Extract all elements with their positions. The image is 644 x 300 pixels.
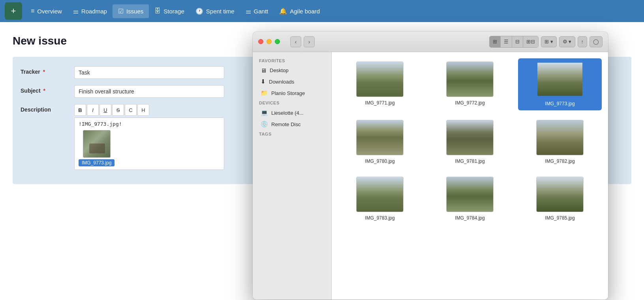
nav-roadmap-label: Roadmap <box>81 8 107 15</box>
nav-gantt[interactable]: ⚌ Gantt <box>240 4 274 18</box>
view-mode-group: ⊞ ☰ ⊟ ⊞⊟ <box>489 36 539 48</box>
file-label-img9784: IMG_9784.jpg <box>455 215 484 221</box>
file-item-img9782[interactable]: IMG_9782.jpg <box>518 117 602 167</box>
top-navigation: + ≡ Overview ⚌ Roadmap ☑ Issues 🗄 Storag… <box>0 0 644 22</box>
finder-file-grid: IMG_9771.jpg IMG_9772.jpg IMG_9773.jpg <box>332 52 608 300</box>
finder-toolbar: ⊞ ☰ ⊟ ⊞⊟ ⊞ ▾ ⚙ ▾ ↑ ◯ <box>489 36 603 48</box>
file-thumbnail-img9782 <box>536 120 584 155</box>
sidebar-desktop-label: Desktop <box>270 67 289 73</box>
nav-agile-board[interactable]: 🔔 Agile board <box>274 4 325 18</box>
issues-icon: ☑ <box>118 7 124 15</box>
bold-button[interactable]: B <box>74 104 86 116</box>
file-item-img9781[interactable]: IMG_9781.jpg <box>428 117 512 167</box>
file-thumbnail-img9773 <box>536 61 584 97</box>
attached-image-preview: IMG_9773.jpg <box>79 130 115 166</box>
action-button[interactable]: ⚙ ▾ <box>559 36 575 47</box>
column-view-button[interactable]: ⊟ <box>512 36 523 47</box>
roadmap-icon: ⚌ <box>73 7 79 15</box>
spent-time-icon: 🕐 <box>195 7 203 15</box>
nav-agile-board-label: Agile board <box>290 8 320 15</box>
italic-button[interactable]: I <box>87 104 99 116</box>
finder-body: Favorites 🖥 Desktop ⬇ Downloads 📁 Planio… <box>253 52 608 300</box>
file-item-img9784[interactable]: IMG_9784.jpg <box>428 173 512 224</box>
sidebar-item-remote-disc[interactable]: 💿 Remote Disc <box>254 119 330 130</box>
minimize-button[interactable] <box>267 39 272 44</box>
file-thumbnail-img9783 <box>356 177 404 212</box>
sidebar-planio-label: Planio Storage <box>271 90 305 96</box>
file-label-img9781: IMG_9781.jpg <box>455 158 484 164</box>
nav-spent-time-label: Spent time <box>206 8 235 15</box>
image-filename-label[interactable]: IMG_9773.jpg <box>79 159 115 166</box>
underline-button[interactable]: U <box>100 104 111 116</box>
file-thumbnail-img9771 <box>356 61 404 97</box>
sidebar-remote-disc-label: Remote Disc <box>271 121 300 127</box>
sidebar-item-planio-storage[interactable]: 📁 Planio Storage <box>254 88 330 99</box>
description-code: !IMG_9773.jpg! <box>79 121 220 127</box>
sidebar-item-desktop[interactable]: 🖥 Desktop <box>254 65 330 76</box>
back-button[interactable]: ‹ <box>290 36 301 47</box>
traffic-lights <box>258 39 280 44</box>
gantt-icon: ⚌ <box>246 7 251 15</box>
file-thumbnail-img9780 <box>356 120 404 155</box>
finder-navigation: ‹ › <box>290 36 315 47</box>
subject-label: Subject * <box>21 85 68 94</box>
nav-overview-label: Overview <box>37 8 62 15</box>
overview-icon: ≡ <box>31 7 34 15</box>
sidebar-lieselotte-label: Lieselotte (4... <box>271 110 304 116</box>
file-label-img9773: IMG_9773.jpg <box>543 100 577 107</box>
file-item-img9780[interactable]: IMG_9780.jpg <box>338 117 422 167</box>
finder-titlebar: ‹ › ⊞ ☰ ⊟ ⊞⊟ ⊞ ▾ ⚙ ▾ ↑ ◯ <box>253 32 608 52</box>
file-thumbnail-img9785 <box>536 177 584 212</box>
arrange-button[interactable]: ⊞ ▾ <box>541 36 557 47</box>
nav-issues-label: Issues <box>126 8 143 15</box>
new-item-button[interactable]: + <box>5 2 22 20</box>
nav-roadmap[interactable]: ⚌ Roadmap <box>68 4 113 18</box>
file-thumbnail-img9781 <box>446 120 494 155</box>
nav-storage[interactable]: 🗄 Storage <box>149 4 190 18</box>
sidebar-downloads-label: Downloads <box>269 79 294 85</box>
finder-sidebar: Favorites 🖥 Desktop ⬇ Downloads 📁 Planio… <box>253 52 332 300</box>
sidebar-item-downloads[interactable]: ⬇ Downloads <box>254 76 330 87</box>
list-view-button[interactable]: ☰ <box>501 36 512 47</box>
share-button[interactable]: ↑ <box>578 36 588 47</box>
file-item-img9785[interactable]: IMG_9785.jpg <box>518 173 602 224</box>
file-item-img9773[interactable]: IMG_9773.jpg <box>518 58 602 110</box>
image-thumbnail <box>83 130 111 158</box>
plus-icon: + <box>11 6 16 16</box>
downloads-icon: ⬇ <box>261 78 266 85</box>
strikethrough-button[interactable]: S <box>112 104 124 116</box>
tracker-input[interactable] <box>74 66 224 79</box>
code-button[interactable]: C <box>125 104 137 116</box>
subject-input[interactable] <box>74 85 224 98</box>
nav-issues[interactable]: ☑ Issues <box>113 4 149 18</box>
close-button[interactable] <box>258 39 263 44</box>
thumbnail-image <box>83 130 110 157</box>
description-label: Description <box>21 104 68 113</box>
heading-button[interactable]: H <box>137 104 149 116</box>
tag-button[interactable]: ◯ <box>590 36 603 47</box>
storage-icon: 🗄 <box>154 7 161 15</box>
subject-required: * <box>42 88 45 94</box>
file-item-img9772[interactable]: IMG_9772.jpg <box>428 58 512 110</box>
file-label-img9782: IMG_9782.jpg <box>545 158 575 164</box>
nav-storage-label: Storage <box>163 8 184 15</box>
file-label-img9772: IMG_9772.jpg <box>455 100 484 106</box>
description-editor[interactable]: !IMG_9773.jpg! IMG_9773.jpg <box>74 117 224 170</box>
nav-gantt-label: Gantt <box>254 8 268 15</box>
maximize-button[interactable] <box>275 39 280 44</box>
nav-overview[interactable]: ≡ Overview <box>25 4 68 18</box>
forward-button[interactable]: › <box>304 36 315 47</box>
nav-spent-time[interactable]: 🕐 Spent time <box>190 4 240 18</box>
agile-board-icon: 🔔 <box>279 7 287 15</box>
description-toolbar: B I U S C H <box>74 104 224 116</box>
computer-icon: 💻 <box>261 109 268 116</box>
file-item-img9783[interactable]: IMG_9783.jpg <box>338 173 422 224</box>
file-item-img9771[interactable]: IMG_9771.jpg <box>338 58 422 110</box>
cover-flow-button[interactable]: ⊞⊟ <box>523 36 538 47</box>
file-thumbnail-img9772 <box>446 61 494 97</box>
file-label-img9783: IMG_9783.jpg <box>365 215 394 221</box>
sidebar-item-lieselotte[interactable]: 💻 Lieselotte (4... <box>254 107 330 118</box>
favorites-label: Favorites <box>253 57 331 65</box>
icon-view-button[interactable]: ⊞ <box>490 36 501 47</box>
devices-label: Devices <box>253 99 331 107</box>
